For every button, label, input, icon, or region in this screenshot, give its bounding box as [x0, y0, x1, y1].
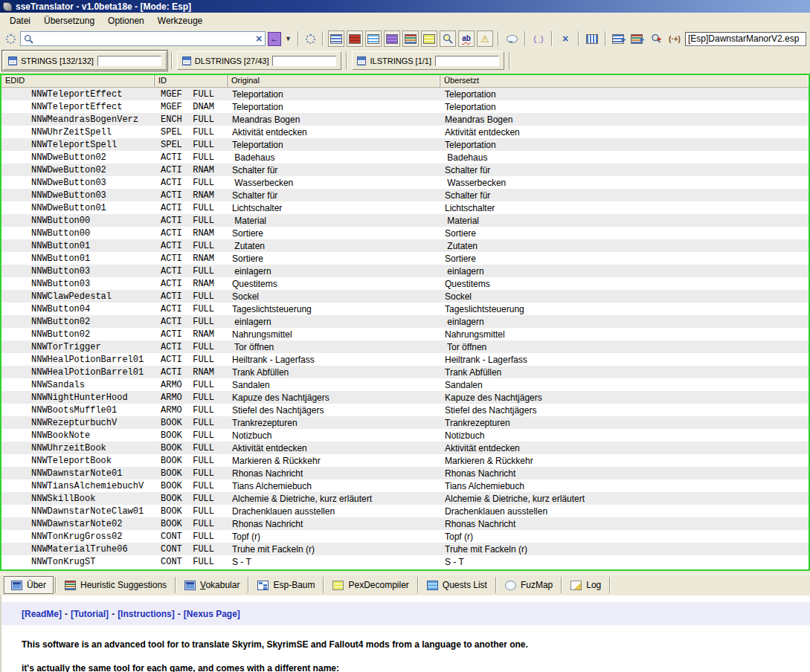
footer-link-nexus-page[interactable]: [Nexus Page] — [184, 609, 240, 619]
filter-all-button[interactable] — [328, 30, 344, 47]
table-row[interactable]: NNWDweButton03ACTI RNAMSchalter fürSchal… — [1, 189, 809, 201]
menu-item-übersetzung[interactable]: Übersetzung — [37, 14, 101, 28]
cell-id: MGEF FULL — [155, 89, 228, 100]
table-row[interactable]: NNWSandalsARMO FULLSandalenSandalen — [1, 378, 809, 391]
progress-bar — [435, 56, 499, 66]
table-row[interactable]: NNWHealPotionBarrel01ACTI RNAMTrank Abfü… — [1, 366, 809, 378]
table-row[interactable]: NNWTeleportEffectMGEF FULLTeleportationT… — [1, 88, 809, 100]
fuz-button[interactable] — [504, 30, 520, 47]
table-row[interactable]: NNWTonKrugGross02CONT FULLTopf (r)Topf (… — [1, 530, 809, 543]
cell-uebersetzt: Nahrungsmittel — [440, 329, 809, 340]
table-row[interactable]: NNWButton02ACTI FULL einlagern einlagern — [1, 315, 809, 328]
table-row[interactable]: NNWClawPedestalACTI FULLSockelSockel — [1, 290, 809, 303]
table-row[interactable]: NNWButton01ACTI FULL Zutaten Zutaten — [1, 239, 809, 252]
cell-original: Tageslichtsteuerung — [228, 304, 440, 314]
speech-bubble-icon — [507, 35, 518, 43]
search-box[interactable]: × — [20, 31, 266, 46]
table-row[interactable]: NNWTonKrugSTCONT FULLS - TS - T — [1, 555, 809, 568]
menu-item-datei[interactable]: Datei — [3, 14, 37, 28]
table-row[interactable]: NNWDweButton03ACTI FULL Wasserbecken Was… — [1, 176, 809, 189]
tab-quests-list[interactable]: Quests List — [420, 577, 494, 593]
search-replace-button[interactable]: ▸ — [648, 30, 664, 47]
table-row[interactable]: NNWBootsMuffle01ARMO FULLStiefel des Nac… — [1, 404, 809, 416]
export-colored-button[interactable]: ▸ — [629, 30, 646, 47]
table-row[interactable]: NNWUhrZeitSpellSPEL FULLAktivität entdec… — [1, 126, 809, 138]
filter-translated-button[interactable] — [365, 30, 382, 47]
column-header-original[interactable]: Original — [228, 75, 440, 87]
table-row[interactable]: NNWButton03ACTI FULL einlagern einlagern — [1, 265, 809, 277]
table-row[interactable]: NNWDweButton02ACTI FULL Badehaus Badehau… — [1, 151, 809, 164]
cell-original: Schalter für — [228, 165, 440, 175]
alias-button[interactable]: (_) — [530, 30, 547, 47]
table-row[interactable]: NNWUhrzeitBookBOOK FULLAktivität entdeck… — [1, 442, 809, 454]
table-row[interactable]: NNWRezepturbuchVBOOK FULLTrankrezepturen… — [1, 416, 809, 429]
tab-log[interactable]: Log — [564, 577, 608, 593]
back-dropdown-icon[interactable]: ▼ — [283, 35, 293, 42]
locate-string-icon[interactable] — [306, 34, 315, 44]
table-row[interactable]: NNWButton01ACTI RNAMSortiereSortiere — [1, 252, 809, 265]
table-row[interactable]: NNWSkillBookBOOK FULLAlchemie & Dietrich… — [1, 492, 809, 505]
status-panel[interactable]: ILSTRINGS [1/1] — [352, 51, 504, 70]
cell-uebersetzt: Aktivität entdecken — [440, 127, 809, 138]
tab-pexdecompiler[interactable]: PexDecompiler — [326, 577, 415, 593]
tab-vokabular[interactable]: Vokabular — [178, 577, 246, 593]
table-row[interactable]: NNWButton00ACTI RNAMSortiereSortiere — [1, 227, 809, 239]
footer-link-tutorial[interactable]: [Tutorial] — [71, 609, 109, 619]
back-button[interactable]: ← — [268, 32, 281, 46]
columns-icon — [586, 34, 598, 44]
table-row[interactable]: NNWMaterialTruhe06CONT FULLTruhe mit Fac… — [1, 543, 809, 555]
regex-button[interactable]: (·+) — [666, 30, 683, 47]
tab-fuzmap[interactable]: FuzMap — [498, 577, 559, 593]
footer-link-readme[interactable]: [ReadMe] — [22, 609, 62, 619]
table-row[interactable]: NNWTorTriggerACTI FULL Tor öffnen Tor öf… — [1, 340, 809, 353]
cell-edid: NNWDweButton03 — [1, 178, 155, 188]
table-row[interactable]: NNWDawnstarNote01BOOK FULLRhonas Nachric… — [1, 467, 809, 479]
column-header-id[interactable]: ID — [155, 75, 228, 87]
table-row[interactable]: NNWNightHunterHoodARMO FULLKapuze des Na… — [1, 391, 809, 404]
table-row[interactable]: NNWTiansAlchemiebuchVBOOK FULLTians Alch… — [1, 479, 809, 492]
loaded-file-field[interactable] — [685, 32, 806, 46]
table-row[interactable]: NNWDawnstarNote02BOOK FULLRhonas Nachric… — [1, 517, 809, 530]
table-row[interactable]: NNWTeleportSpellSPEL FULLTeleportationTe… — [1, 138, 809, 151]
status-label: DLSTRINGS [27/43] — [195, 56, 269, 65]
menu-item-optionen[interactable]: Optionen — [101, 14, 151, 28]
export-list-button[interactable]: ▸ — [611, 30, 627, 47]
tab-esp-baum[interactable]: Esp-Baum — [251, 577, 321, 593]
tab--ber[interactable]: Über — [4, 576, 54, 594]
column-header-edid[interactable]: EDID — [1, 75, 155, 87]
filter-validated-button[interactable] — [421, 30, 437, 47]
clear-search-icon[interactable]: × — [256, 33, 262, 44]
table-row[interactable]: NNWDawnstarNoteClaw01BOOK FULLDrachenkla… — [1, 505, 809, 517]
status-panel[interactable]: DLSTRINGS [27/43] — [177, 51, 342, 70]
cell-id: BOOK FULL — [155, 443, 228, 453]
table-row[interactable]: NNWBookNoteBOOK FULLNotizbuchNotizbuch — [1, 429, 809, 442]
warnings-button[interactable]: ⚠ — [477, 30, 493, 47]
menu-item-werkzeuge[interactable]: Werkzeuge — [151, 14, 209, 28]
spellcheck-button[interactable]: ab — [458, 30, 475, 47]
filter-heuristic-button[interactable] — [402, 30, 419, 47]
status-panel[interactable]: STRINGS [132/132] — [3, 51, 167, 70]
table-row[interactable]: NNWButton02ACTI RNAMNahrungsmittelNahrun… — [1, 328, 809, 340]
tab-heuristic-suggestions[interactable]: Heuristic Suggestions — [58, 577, 173, 593]
table-row[interactable]: NNWButton00ACTI FULL Material Material — [1, 214, 809, 227]
cell-edid: NNWTonKrugGross02 — [1, 532, 155, 542]
search-input[interactable] — [36, 33, 254, 45]
table-row[interactable]: NNWTeleportEffectMGEF DNAMTeleportationT… — [1, 100, 809, 113]
filter-untranslated-button[interactable] — [347, 30, 363, 47]
cancel-button[interactable]: × — [557, 30, 573, 47]
columns-button[interactable] — [584, 30, 600, 47]
table-row[interactable]: NNWTeleportBookBOOK FULLMarkieren & Rück… — [1, 454, 809, 467]
table-row[interactable]: NNWMeandrasBogenVerzENCH FULLMeandras Bo… — [1, 113, 809, 126]
filter-partial-button[interactable] — [384, 30, 400, 47]
table-row[interactable]: NNWDweButton01ACTI FULLLichtschalterLich… — [1, 201, 809, 214]
filter-search-button[interactable] — [440, 30, 456, 47]
table-row[interactable]: NNWButton04ACTI FULLTageslichtsteuerungT… — [1, 303, 809, 315]
footer-link-instructions[interactable]: [Instructions] — [118, 609, 175, 619]
table-row[interactable]: NNWDweButton02ACTI RNAMSchalter fürSchal… — [1, 164, 809, 176]
goto-selection-icon[interactable] — [6, 34, 16, 44]
table-row[interactable]: NNWHealPotionBarrel01ACTI FULLHeiltrank … — [1, 353, 809, 366]
cell-edid: NNWButton02 — [1, 317, 155, 327]
column-header-uebersetzt[interactable]: Übersetzt — [440, 75, 809, 87]
ti-window-icon — [184, 581, 196, 590]
table-row[interactable]: NNWButton03ACTI RNAMQuestitemsQuestitems — [1, 277, 809, 290]
